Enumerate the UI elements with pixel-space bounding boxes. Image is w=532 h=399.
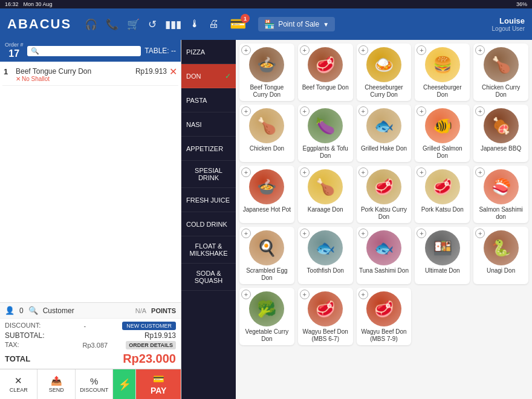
- item-add-icon[interactable]: +: [417, 45, 426, 55]
- send-button[interactable]: 📤 SEND: [37, 369, 75, 399]
- items-grid: +🍲Beef Tongue Curry Don+🥩Beef Tongue Don…: [239, 44, 528, 345]
- category-item-pizza[interactable]: PIZZA: [181, 40, 236, 64]
- menu-item-card[interactable]: +🍆Eggplants & Tofu Don: [298, 105, 353, 162]
- tax-val: Rp3.087: [83, 342, 108, 349]
- item-add-icon[interactable]: +: [358, 106, 368, 116]
- lightning-icon: ⚡: [118, 378, 131, 391]
- item-add-icon[interactable]: +: [475, 106, 485, 116]
- user-info: Louise Logout User: [492, 16, 525, 32]
- printer-icon[interactable]: 🖨: [209, 18, 219, 30]
- categories-panel: PIZZADON✓PASTANASIAPPETIZERSPESIAL DRINK…: [181, 40, 236, 399]
- item-title: Chicken Don: [250, 145, 284, 152]
- discount-val: -: [83, 322, 86, 329]
- item-add-icon[interactable]: +: [358, 229, 368, 238]
- search-box: 🔍: [27, 46, 141, 56]
- category-item-nasi[interactable]: NASI: [181, 112, 236, 137]
- item-add-icon[interactable]: +: [475, 229, 485, 238]
- menu-item-card[interactable]: +🍔Cheeseburger Don: [415, 44, 470, 101]
- menu-item-card[interactable]: +🍗Karaage Don: [298, 166, 353, 223]
- item-add-icon[interactable]: +: [475, 167, 485, 177]
- left-panel: Order # 17 🔍 TABLE: -- 1 Beef Tongue Cur…: [0, 40, 181, 399]
- pay-button[interactable]: 💳 PAY: [136, 369, 181, 399]
- category-item-pasta[interactable]: PASTA: [181, 88, 236, 112]
- menu-item-card[interactable]: +🍱Ultimate Don: [415, 227, 470, 284]
- menu-item-card[interactable]: +🥩Pork Katsu Don: [415, 166, 470, 223]
- new-customer-btn[interactable]: NEW CUSTOMER: [122, 322, 176, 330]
- search-input[interactable]: [42, 47, 84, 54]
- thermometer-icon[interactable]: 🌡: [190, 18, 200, 30]
- item-add-icon[interactable]: +: [300, 167, 310, 177]
- item-add-icon[interactable]: +: [241, 290, 251, 299]
- item-title: Pork Katsu Don: [421, 206, 464, 213]
- category-label: PASTA: [186, 97, 207, 104]
- menu-item-card[interactable]: +🥩Wagyu Beef Don (MBS 6-7): [298, 288, 353, 345]
- item-add-icon[interactable]: +: [241, 106, 251, 116]
- menu-item-card[interactable]: +🍖Japanese BBQ: [473, 105, 528, 162]
- item-add-icon[interactable]: +: [300, 45, 310, 55]
- item-add-icon[interactable]: +: [300, 229, 310, 238]
- phone-icon[interactable]: 📞: [106, 18, 118, 31]
- pos-label-icon: 🏪: [264, 19, 274, 29]
- note-remove-icon[interactable]: ✕: [16, 76, 21, 82]
- chevron-down-icon: ▼: [323, 21, 329, 28]
- category-item-fresh-juice[interactable]: FRESH JUICE: [181, 188, 236, 212]
- order-label: Order #: [5, 42, 24, 48]
- category-item-spesial-drink[interactable]: SPESIAL DRINK: [181, 161, 236, 188]
- search-customer-icon[interactable]: 🔍: [28, 306, 38, 315]
- item-add-icon[interactable]: +: [358, 45, 368, 55]
- item-add-icon[interactable]: +: [300, 290, 310, 299]
- item-add-icon[interactable]: +: [358, 290, 368, 299]
- search-icon: 🔍: [31, 47, 39, 55]
- logout-link[interactable]: Logout User: [492, 25, 525, 32]
- item-add-icon[interactable]: +: [300, 106, 310, 116]
- menu-item-card[interactable]: +🥩Beef Tongue Don: [298, 44, 353, 101]
- category-label: SODA & SQUASH: [186, 270, 231, 284]
- menu-item-card[interactable]: +🥩Pork Katsu Curry Don: [357, 166, 412, 223]
- pos-selector[interactable]: 🏪 Point of Sale ▼: [258, 17, 335, 31]
- menu-item-card[interactable]: +🍣Salmon Sashimi don: [473, 166, 528, 223]
- menu-item-card[interactable]: +🍛Cheeseburger Curry Don: [357, 44, 412, 101]
- item-add-icon[interactable]: +: [417, 229, 426, 238]
- table-label: TABLE: --: [144, 47, 176, 55]
- item-add-icon[interactable]: +: [417, 106, 426, 116]
- bottom-panel: 👤 0 🔍 Customer N/A POINTS DISCOUNT: - NE…: [0, 302, 181, 399]
- pos-notification[interactable]: 💳 1: [230, 16, 246, 32]
- item-add-icon[interactable]: +: [241, 229, 251, 238]
- category-item-cold-drink[interactable]: COLD DRINK: [181, 212, 236, 236]
- status-bar: 16:32 Mon 30 Aug 36%: [0, 0, 532, 8]
- category-check-icon: ✓: [225, 72, 231, 80]
- category-item-soda[interactable]: SODA & SQUASH: [181, 264, 236, 291]
- refresh-icon[interactable]: ↺: [148, 18, 157, 31]
- menu-item-card[interactable]: +🥩Wagyu Beef Don (MBS 7-9): [357, 288, 412, 345]
- item-remove-btn[interactable]: ✕: [169, 67, 177, 77]
- barcode-icon[interactable]: ▮▮▮: [165, 18, 181, 31]
- menu-item-card[interactable]: +🐟Toothfish Don: [298, 227, 353, 284]
- menu-item-card[interactable]: +🐟Tuna Sashimi Don: [357, 227, 412, 284]
- item-add-icon[interactable]: +: [241, 45, 251, 55]
- cart-icon[interactable]: 🛒: [127, 18, 140, 31]
- item-add-icon[interactable]: +: [241, 167, 251, 177]
- item-quantity: 1: [4, 67, 13, 76]
- item-add-icon[interactable]: +: [475, 45, 485, 55]
- menu-item-card[interactable]: +🐟Grilled Hake Don: [357, 105, 412, 162]
- order-details-btn[interactable]: ORDER DETAILS: [126, 341, 176, 349]
- item-add-icon[interactable]: +: [358, 167, 368, 177]
- menu-item-card[interactable]: +🐍Unagi Don: [473, 227, 528, 284]
- headset-icon[interactable]: 🎧: [85, 18, 97, 31]
- topbar: ABACUS 🎧 📞 🛒 ↺ ▮▮▮ 🌡 🖨 💳 1 🏪 Point of Sa…: [0, 8, 532, 40]
- menu-item-card[interactable]: +🍗Chicken Curry Don: [473, 44, 528, 101]
- menu-item-card[interactable]: +🐠Grilled Salmon Don: [415, 105, 470, 162]
- menu-item-card[interactable]: +🥦Vegetable Curry Don: [239, 288, 294, 345]
- discount-button[interactable]: % DISCOUNT: [76, 369, 113, 399]
- menu-item-card[interactable]: +🍲Beef Tongue Curry Don: [239, 44, 294, 101]
- menu-item-card[interactable]: +🍲Japanese Hot Pot: [239, 166, 294, 223]
- menu-item-card[interactable]: +🍗Chicken Don: [239, 105, 294, 162]
- category-item-float[interactable]: FLOAT & MILKSHAKE: [181, 236, 236, 264]
- clear-button[interactable]: ✕ CLEAR: [0, 369, 37, 399]
- category-item-appetizer[interactable]: APPETIZER: [181, 137, 236, 161]
- lightning-button[interactable]: ⚡: [113, 369, 136, 399]
- menu-item-card[interactable]: +🍳Scrambled Egg Don: [239, 227, 294, 284]
- points-value: N/A: [135, 307, 146, 314]
- category-item-don[interactable]: DON✓: [181, 64, 236, 88]
- item-add-icon[interactable]: +: [417, 167, 426, 177]
